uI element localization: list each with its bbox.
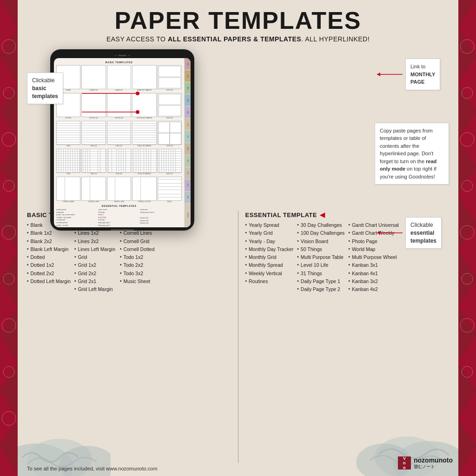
list-item: Monthly Grid <box>245 253 294 261</box>
list-item: Routines <box>245 278 294 285</box>
list-item: Kanban 3x2 <box>348 278 398 285</box>
list-item: Kanban 4x1 <box>348 270 398 277</box>
list-item: Weekly Vertical <box>245 270 294 277</box>
basic-template-list: BASIC TEMPLATE ◀ Blank Blank 1x2 Blank 2… <box>27 211 231 463</box>
list-item: Grid <box>74 253 116 261</box>
list-item: Blank 2x2 <box>27 238 71 245</box>
svg-point-28 <box>136 110 139 114</box>
main-content: PAPER TEMPLATES EASY ACCESS TO ALL ESSEN… <box>18 0 458 476</box>
essential-title-arrow: ◀ <box>320 211 325 218</box>
basic-template-columns: Blank Blank 1x2 Blank 2x2 Blank Left Mar… <box>27 221 231 293</box>
list-item: Dotted <box>27 253 71 261</box>
annotation-basic-box: Clickable basic templates <box>27 73 63 104</box>
essential-line1: Clickable <box>410 222 433 228</box>
list-item: Monthly Day Tracker <box>245 245 294 253</box>
annotations-right: Link to MONTHLYPAGE Copy paste pages fro… <box>375 59 449 249</box>
arrow-essential <box>375 228 403 238</box>
essential-templates-heading: ESSENTIAL TEMPLATES <box>56 205 182 207</box>
annotation-monthly-link: Link to MONTHLYPAGE <box>375 59 449 90</box>
monthly-link-label: Link to <box>410 64 425 69</box>
basic-templates-heading: BASIC TEMPLATES <box>56 61 182 64</box>
middle-section: Clickable basic templates <box>27 49 449 207</box>
list-item: Todo 2x2 <box>120 261 162 269</box>
essential-col-1: Yearly Spread Yearly Grid Yearly - Day M… <box>245 221 294 293</box>
list-item: Monthly Spread <box>245 261 294 269</box>
vertical-divider <box>238 211 238 463</box>
list-item: Yearly Grid <box>245 229 294 237</box>
list-item: Daily Page Type 2 <box>297 285 344 293</box>
list-item: Grid 2x1 <box>74 278 116 285</box>
list-item: Cornell Grid <box>120 238 162 245</box>
list-item: Todo 3x2 <box>120 270 162 277</box>
tablet-screen: BASIC TEMPLATES BLANK BLANK 1X2 BLANK 2X… <box>54 58 191 227</box>
list-item: Blank Left Margin <box>27 245 71 253</box>
list-item: Multi Purpose Wheel <box>348 253 398 261</box>
basic-col-1: Blank Blank 1x2 Blank 2x2 Blank Left Mar… <box>27 221 71 293</box>
subtitle-prefix: EASY ACCESS TO <box>106 35 168 43</box>
tablet-device: BASIC TEMPLATES BLANK BLANK 1X2 BLANK 2X… <box>50 49 194 231</box>
list-item: Grid 1x2 <box>74 261 116 269</box>
subtitle-suffix: . ALL HYPERLINKED! <box>301 35 370 43</box>
list-item: Grid Left Margin <box>74 285 116 293</box>
footer: To see all the pages included, visit www… <box>27 466 449 471</box>
list-item: Vision Board <box>297 238 344 245</box>
list-item: Kanban 4x2 <box>348 285 398 293</box>
list-item: Music Sheet <box>120 278 162 285</box>
svg-marker-30 <box>377 73 380 76</box>
page-title: PAPER TEMPLATES <box>115 8 362 33</box>
right-border <box>458 0 476 476</box>
list-item: Yearly - Day <box>245 238 294 245</box>
essential-col-2: 30 Day Challenges 100 Day Challenges Vis… <box>297 221 344 293</box>
footer-text: To see all the pages included, visit www… <box>27 466 158 471</box>
basic-col-2: Lines Lines 1x2 Lines 2x2 Lines Left Mar… <box>74 221 116 293</box>
essential-line2: essential <box>410 230 434 236</box>
list-item: Dotted 1x2 <box>27 261 71 269</box>
annotation-essential-link: Clickable essential templates <box>375 217 449 249</box>
annotation-basic-line1: Clickable <box>32 77 55 84</box>
list-item: Multi Purpose Table <box>297 253 344 261</box>
list-item: Grid 2x2 <box>74 270 116 277</box>
essential-title-text: ESSENTIAL TEMPLATE <box>245 212 317 218</box>
list-item: Yearly Spread <box>245 221 294 229</box>
list-item: Level 10 Life <box>297 261 344 269</box>
list-item: Dotted Left Margin <box>27 278 71 285</box>
subtitle-bold: ALL ESSENTIAL PAPERS & TEMPLATES <box>168 35 301 43</box>
list-item: 50 Things <box>297 245 344 253</box>
list-item: Todo 1x2 <box>120 253 162 261</box>
list-item: Dotted 2x2 <box>27 270 71 277</box>
list-item: Lines Left Margin <box>74 245 116 253</box>
list-item: Lines 2x2 <box>74 238 116 245</box>
basic-col-3: Cornell Blank Cornell Lines Cornell Grid… <box>120 221 162 293</box>
tablet-frame: BASIC TEMPLATES BLANK BLANK 1X2 BLANK 2X… <box>50 49 194 231</box>
essential-line3: templates <box>410 238 436 244</box>
annotation-arrow-basic <box>82 84 156 121</box>
monthly-link-box: Link to MONTHLYPAGE <box>405 59 440 90</box>
annotation-clickable-basic: Clickable basic templates <box>27 73 63 104</box>
annotation-basic-line3: templates <box>32 93 58 99</box>
list-item: Kanban 3x1 <box>348 261 398 269</box>
tablet-sidebar: JAN FEB MAR APR MAY JUN JUL AUG SEP OCT … <box>184 58 191 227</box>
list-item: 30 Day Challenges <box>297 221 344 229</box>
list-item: Daily Page Type 1 <box>297 278 344 285</box>
monthly-link-bold: MONTHLYPAGE <box>410 72 435 85</box>
copy-paste-box: Copy paste pages from templates or table… <box>375 123 449 185</box>
subtitle: EASY ACCESS TO ALL ESSENTIAL PAPERS & TE… <box>106 35 370 43</box>
annotation-essential-box: Clickable essential templates <box>405 217 442 249</box>
left-border <box>0 0 18 476</box>
annotation-basic-line2: basic <box>32 85 46 92</box>
list-item: Cornell Dotted <box>120 245 162 253</box>
list-item: 100 Day Challenges <box>297 229 344 237</box>
arrow-monthly <box>375 70 403 79</box>
svg-point-26 <box>136 92 139 95</box>
svg-marker-32 <box>377 231 380 235</box>
list-item: 31 Things <box>297 270 344 277</box>
